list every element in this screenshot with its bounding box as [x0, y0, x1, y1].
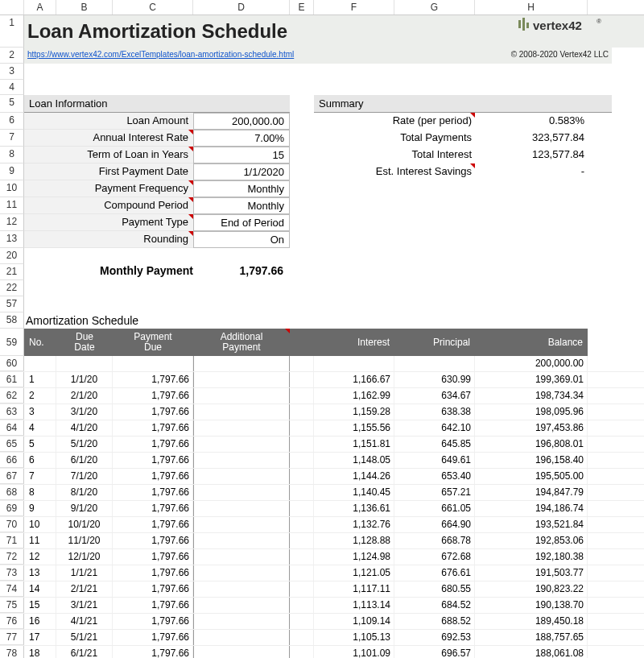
sched-payment[interactable]: 1,797.66: [113, 614, 193, 629]
sched-interest[interactable]: 1,121.05: [314, 565, 394, 581]
col-header-e[interactable]: E: [290, 0, 314, 14]
additional-payment-input[interactable]: [193, 469, 290, 484]
comment-indicator-icon[interactable]: [188, 130, 193, 134]
row-header-76[interactable]: 76: [0, 614, 24, 629]
sched-date[interactable]: 4/1/21: [56, 614, 113, 629]
sched-payment[interactable]: 1,797.66: [113, 533, 193, 548]
additional-payment-input[interactable]: [193, 565, 290, 581]
row-header-74[interactable]: 74: [0, 581, 24, 597]
loan-value-input[interactable]: 200,000.00: [193, 113, 290, 130]
sched-balance[interactable]: 197,453.86: [475, 420, 588, 436]
sched-date[interactable]: 1/1/20: [56, 372, 113, 387]
sched-payment[interactable]: 1,797.66: [113, 485, 193, 500]
sched-date[interactable]: 3/1/20: [56, 404, 113, 420]
sched-no[interactable]: 12: [24, 549, 56, 565]
sched-interest[interactable]: 1,159.28: [314, 404, 394, 420]
sched-no[interactable]: 14: [24, 581, 56, 597]
sched-payment[interactable]: 1,797.66: [113, 581, 193, 597]
row-header-71[interactable]: 71: [0, 533, 24, 548]
row-header-6[interactable]: 6: [0, 113, 24, 130]
sched-payment[interactable]: 1,797.66: [113, 630, 193, 645]
comment-indicator-icon[interactable]: [188, 197, 193, 202]
sched-no[interactable]: 16: [24, 614, 56, 629]
sched-principal[interactable]: 672.68: [394, 549, 475, 565]
loan-value-input[interactable]: Monthly: [193, 197, 290, 214]
sched-principal[interactable]: 680.55: [394, 581, 475, 597]
comment-indicator-icon[interactable]: [470, 163, 475, 168]
col-header-h[interactable]: H: [475, 0, 588, 14]
additional-payment-input[interactable]: [193, 453, 290, 468]
row-header-73[interactable]: 73: [0, 565, 24, 581]
sched-date[interactable]: 11/1/20: [56, 533, 113, 548]
sched-date[interactable]: 12/1/20: [56, 549, 113, 565]
sched-interest[interactable]: 1,105.13: [314, 630, 394, 645]
row-header-57[interactable]: 57: [0, 296, 24, 312]
row-header-63[interactable]: 63: [0, 404, 24, 420]
row-header-7[interactable]: 7: [0, 130, 24, 147]
sched-principal[interactable]: 657.21: [394, 485, 475, 500]
sched-payment[interactable]: 1,797.66: [113, 598, 193, 613]
sched-payment[interactable]: 1,797.66: [113, 469, 193, 484]
additional-payment-input[interactable]: [193, 437, 290, 452]
sched-principal[interactable]: 692.53: [394, 630, 475, 645]
sched-balance[interactable]: 190,823.22: [475, 581, 588, 597]
comment-indicator-icon[interactable]: [188, 180, 193, 185]
sched-no[interactable]: 3: [24, 404, 56, 420]
sched-principal[interactable]: 684.52: [394, 598, 475, 613]
row-header-8[interactable]: 8: [0, 147, 24, 163]
sched-interest[interactable]: 1,151.81: [314, 437, 394, 452]
sched-balance[interactable]: 190,138.70: [475, 598, 588, 613]
sched-date[interactable]: 6/1/21: [56, 646, 113, 658]
row-header-58[interactable]: 58: [0, 312, 24, 329]
sched-principal[interactable]: 696.57: [394, 646, 475, 658]
sched-balance[interactable]: 196,158.40: [475, 453, 588, 468]
row-header-4[interactable]: 4: [0, 80, 24, 95]
sched-date[interactable]: 6/1/20: [56, 453, 113, 468]
sched-no[interactable]: 9: [24, 501, 56, 516]
sched-balance[interactable]: 199,369.01: [475, 372, 588, 387]
loan-value-input[interactable]: 15: [193, 147, 290, 163]
additional-payment-input[interactable]: [193, 356, 290, 371]
additional-payment-input[interactable]: [193, 533, 290, 548]
row-header-69[interactable]: 69: [0, 501, 24, 516]
row-header-75[interactable]: 75: [0, 598, 24, 613]
row-header-3[interactable]: 3: [0, 64, 24, 80]
sched-no[interactable]: 10: [24, 517, 56, 532]
sched-interest[interactable]: 1,136.61: [314, 501, 394, 516]
additional-payment-input[interactable]: [193, 630, 290, 645]
loan-value-input[interactable]: 1/1/2020: [193, 163, 290, 180]
col-header-f[interactable]: F: [314, 0, 394, 14]
sched-no[interactable]: 5: [24, 437, 56, 452]
sched-payment[interactable]: 1,797.66: [113, 501, 193, 516]
row-header-60[interactable]: 60: [0, 356, 24, 371]
row-header-9[interactable]: 9: [0, 163, 24, 180]
additional-payment-input[interactable]: [193, 646, 290, 658]
sched-principal[interactable]: 642.10: [394, 420, 475, 436]
row-header-1[interactable]: 1: [0, 15, 24, 48]
sched-balance[interactable]: 188,061.08: [475, 646, 588, 658]
sched-principal[interactable]: 649.61: [394, 453, 475, 468]
sched-interest[interactable]: 1,144.26: [314, 469, 394, 484]
sched-no[interactable]: 18: [24, 646, 56, 658]
sched-balance[interactable]: 198,734.34: [475, 388, 588, 403]
row-header-21[interactable]: 21: [0, 264, 24, 280]
additional-payment-input[interactable]: [193, 598, 290, 613]
row-header-65[interactable]: 65: [0, 437, 24, 452]
row-header-61[interactable]: 61: [0, 372, 24, 387]
row-header-12[interactable]: 12: [0, 214, 24, 231]
sched-payment[interactable]: 1,797.66: [113, 437, 193, 452]
sched-interest[interactable]: 1,162.99: [314, 388, 394, 403]
sched-date[interactable]: 10/1/20: [56, 517, 113, 532]
sched-no[interactable]: 11: [24, 533, 56, 548]
loan-value-input[interactable]: End of Period: [193, 214, 290, 231]
sched-principal[interactable]: 638.38: [394, 404, 475, 420]
sched-balance[interactable]: 195,505.00: [475, 469, 588, 484]
row-header-59[interactable]: 59: [0, 329, 24, 356]
col-header-g[interactable]: G: [394, 0, 475, 14]
sched-balance[interactable]: 192,180.38: [475, 549, 588, 565]
additional-payment-input[interactable]: [193, 388, 290, 403]
sched-no[interactable]: 2: [24, 388, 56, 403]
sched-payment[interactable]: 1,797.66: [113, 549, 193, 565]
additional-payment-input[interactable]: [193, 581, 290, 597]
col-header-a[interactable]: A: [24, 0, 56, 14]
